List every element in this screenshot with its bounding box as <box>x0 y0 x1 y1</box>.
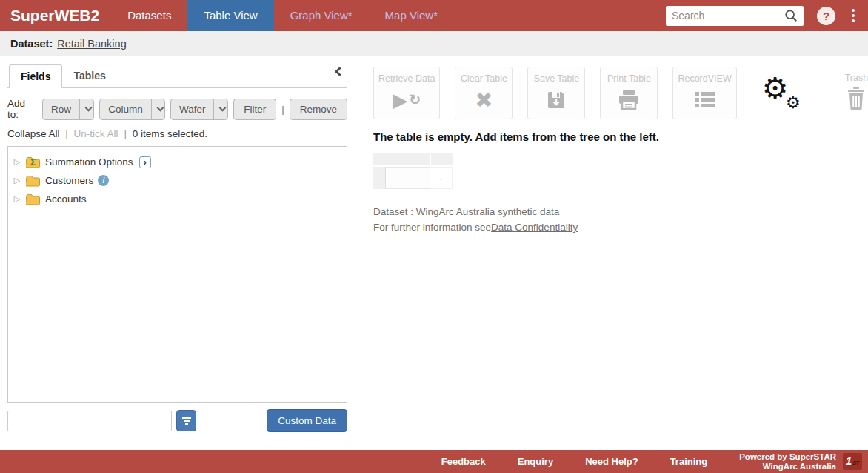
dataset-link[interactable]: Retail Banking <box>57 38 127 50</box>
gear-icon: ⚙ <box>762 73 789 104</box>
retrieve-data-button[interactable]: Retrieve Data ▶↻ <box>373 67 440 119</box>
add-to-wafer-dropdown[interactable]: Wafer <box>170 99 228 120</box>
info-icon[interactable]: i <box>98 175 109 186</box>
field-tree-panel: Fields Tables Add to: Row Column Wafer F… <box>0 56 355 450</box>
gear-small-icon: ⚙ <box>786 95 801 111</box>
save-table-button[interactable]: Save Table <box>527 67 585 119</box>
chevron-down-icon[interactable] <box>213 99 228 119</box>
clear-table-button[interactable]: Clear Table ✖ <box>455 67 513 119</box>
tab-fields[interactable]: Fields <box>9 64 62 88</box>
tree-actions-row: Collapse All | Un-tick All | 0 items sel… <box>7 128 347 139</box>
folder-sigma-icon: Σ <box>26 156 41 168</box>
tree-item-label: Customers <box>45 175 93 186</box>
tree-item-label: Accounts <box>45 194 87 205</box>
record-list-icon <box>694 87 716 113</box>
remove-button[interactable]: Remove <box>290 99 347 120</box>
nav-datasets[interactable]: Datasets <box>111 0 187 31</box>
add-to-label: Add to: <box>7 98 37 120</box>
selection-status: 0 items selected. <box>133 128 207 139</box>
help-button[interactable]: ? <box>817 7 835 25</box>
untick-all-link[interactable]: Un-tick All <box>74 128 118 139</box>
table-row-stub <box>373 167 385 189</box>
nav-table-view[interactable]: Table View <box>187 0 273 31</box>
chevron-down-icon[interactable] <box>79 99 94 119</box>
table-value-cell: - <box>430 167 453 189</box>
tree-search-input[interactable] <box>7 411 172 431</box>
powered-by-text: Powered by SuperSTAR WingArc Australia <box>739 452 836 471</box>
add-to-column-dropdown[interactable]: Column <box>99 99 165 120</box>
expand-triangle-icon[interactable]: ▷ <box>13 176 21 185</box>
open-options-arrow-icon[interactable]: › <box>139 156 151 168</box>
collapse-all-link[interactable]: Collapse All <box>7 128 60 139</box>
play-refresh-icon: ▶↻ <box>393 87 421 113</box>
printer-icon <box>618 87 640 113</box>
nav-map-view[interactable]: Map View* <box>369 0 454 31</box>
add-to-toolbar: Add to: Row Column Wafer Filter | Remove <box>7 98 347 120</box>
footer-link-training[interactable]: Training <box>670 456 708 467</box>
dataset-info: Dataset : WingArc Australia synthetic da… <box>373 204 868 235</box>
further-info-line: For further information seeData Confiden… <box>373 219 868 235</box>
expand-triangle-icon[interactable]: ▷ <box>13 157 21 167</box>
footer: Feedback Enquiry Need Help? Training Pow… <box>0 450 868 473</box>
save-icon <box>546 87 567 113</box>
app-logo[interactable]: SuperWEB2 <box>0 7 111 24</box>
dataset-info-line: Dataset : WingArc Australia synthetic da… <box>373 204 868 219</box>
chevron-down-icon[interactable] <box>151 99 165 119</box>
table-options-button[interactable]: ⚙ ⚙ <box>762 74 802 111</box>
footer-link-feedback[interactable]: Feedback <box>441 456 486 467</box>
table-header-cell <box>373 153 430 165</box>
data-confidentiality-link[interactable]: Data Confidentiality <box>491 222 578 233</box>
table-toolbar: Retrieve Data ▶↻ Clear Table ✖ Save Tabl… <box>373 67 868 119</box>
print-table-button[interactable]: Print Table <box>600 67 658 119</box>
tree-item-accounts[interactable]: ▷ Accounts <box>13 190 342 208</box>
tab-tables[interactable]: Tables <box>62 64 116 88</box>
field-tree: ▷ Σ Summation Options › ▷ Customers i ▷ <box>7 146 347 403</box>
folder-icon <box>26 175 41 187</box>
clear-x-icon: ✖ <box>475 87 493 113</box>
dataset-label: Dataset: <box>10 38 53 50</box>
filter-button[interactable]: Filter <box>233 99 276 120</box>
empty-table-message: The table is empty. Add items from the t… <box>373 130 868 143</box>
breadcrumb: Dataset: Retail Banking <box>0 31 868 56</box>
tree-item-customers[interactable]: ▷ Customers i <box>13 171 342 190</box>
footer-link-need-help[interactable]: Need Help? <box>585 456 638 467</box>
trash-dropzone[interactable]: Trash <box>845 67 868 111</box>
kebab-menu-icon[interactable] <box>852 9 855 22</box>
add-to-row-dropdown[interactable]: Row <box>42 99 94 120</box>
table-header-cell <box>431 153 453 165</box>
footer-link-enquiry[interactable]: Enquiry <box>518 456 553 467</box>
top-navbar: SuperWEB2 Datasets Table View Graph View… <box>0 0 868 31</box>
help-icon: ? <box>823 10 829 22</box>
panel-tabs: Fields Tables <box>7 64 347 88</box>
empty-table-skeleton: - <box>373 153 868 189</box>
tree-item-label: Summation Options <box>45 156 133 168</box>
search-input[interactable] <box>672 10 784 22</box>
tree-filter-row: Custom Data <box>7 409 347 432</box>
tree-item-summation-options[interactable]: ▷ Σ Summation Options › <box>13 153 342 171</box>
separator: | <box>281 104 284 115</box>
expand-triangle-icon[interactable]: ▷ <box>13 194 21 204</box>
folder-icon <box>26 194 41 205</box>
funnel-icon <box>182 417 191 419</box>
search-icon[interactable] <box>784 9 798 22</box>
table-view-panel: Retrieve Data ▶↻ Clear Table ✖ Save Tabl… <box>355 56 868 450</box>
main-content: Fields Tables Add to: Row Column Wafer F… <box>0 56 868 450</box>
search-box <box>666 6 804 26</box>
superstar-logo: 1ST <box>843 453 862 470</box>
custom-data-button[interactable]: Custom Data <box>267 409 347 432</box>
apply-filter-button[interactable] <box>176 410 196 431</box>
table-cell <box>385 167 430 189</box>
trash-icon <box>847 87 865 111</box>
recordview-button[interactable]: RecordVIEW <box>672 67 736 119</box>
nav-graph-view[interactable]: Graph View* <box>274 0 369 31</box>
